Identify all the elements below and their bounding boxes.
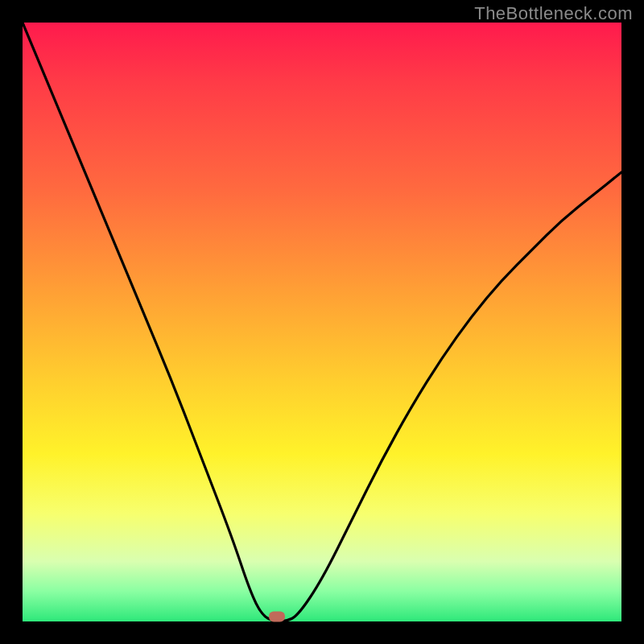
watermark-text: TheBottleneck.com [474,3,633,24]
optimum-marker [269,612,285,622]
plot-area [23,23,621,621]
bottleneck-curve [23,23,621,621]
chart-frame: TheBottleneck.com [0,0,644,644]
